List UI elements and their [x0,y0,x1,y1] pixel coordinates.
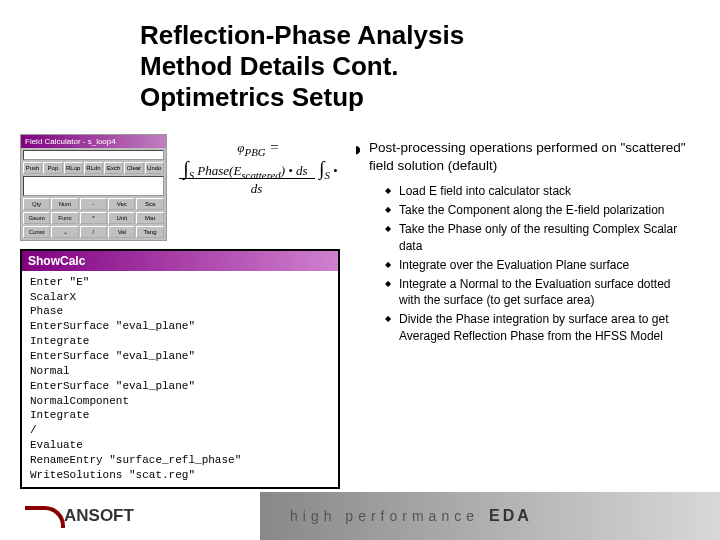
title-line3: Optimetrics Setup [140,82,680,113]
title-line1: Reflection-Phase Analysis [140,20,680,51]
sub-point: Take the Phase only of the resulting Com… [385,221,690,253]
calc-button[interactable]: Func [51,212,78,224]
calc-button[interactable]: Mat [136,212,163,224]
calc-button[interactable]: - [80,198,107,210]
showcalc-line: Normal [30,364,330,379]
formula-phi: φ [237,140,244,155]
showcalc-title: ShowCalc [22,251,338,271]
tagline-eda: EDA [489,507,532,525]
calc-button[interactable]: Qty [23,198,50,210]
formula-num-expr: Phase(E [197,163,241,178]
calc-button[interactable]: Tang [136,226,163,238]
showcalc-body: Enter "E"ScalarXPhaseEnterSurface "eval_… [22,271,338,487]
calc-button[interactable]: Exch [104,162,123,174]
logo-text: ANSOFT [64,506,134,526]
sub-point: Load E field into calculator stack [385,183,690,199]
calc-input[interactable] [23,150,164,160]
bullet-marker-icon: ◗ [355,139,361,175]
calc-button[interactable]: Geom [23,212,50,224]
sub-point: Take the Component along the E-field pol… [385,202,690,218]
showcalc-line: Evaluate [30,438,330,453]
showcalc-line: EnterSurface "eval_plane" [30,379,330,394]
calc-button[interactable]: Clear [124,162,143,174]
logo-swoosh-icon [25,504,61,528]
formula-scattered-sub: scattered [241,169,280,181]
calc-button[interactable]: RLdn [84,162,103,174]
main-point: Post-processing operations performed on … [369,139,690,175]
calc-button[interactable]: Undo [145,162,164,174]
left-column: Field Calculator - s_loop4 PushPopRLupRL… [20,134,340,489]
showcalc-line: / [30,423,330,438]
formula-pbg-sub: PBG [245,145,266,157]
tagline-text: high performance [290,508,479,524]
sub-point: Integrate over the Evaluation Plane surf… [385,257,690,273]
showcalc-line: EnterSurface "eval_plane" [30,319,330,334]
calc-button[interactable]: / [80,226,107,238]
showcalc-line: Integrate [30,408,330,423]
showcalc-window: ShowCalc Enter "E"ScalarXPhaseEnterSurfa… [20,249,340,489]
integral-sub2: S [324,169,329,181]
calc-button[interactable]: Sca [136,198,163,210]
calc-button[interactable]: Unit [108,212,135,224]
formula-num-expr2: ) • ds [281,163,308,178]
showcalc-line: EnterSurface "eval_plane" [30,349,330,364]
showcalc-line: Integrate [30,334,330,349]
formula-equals: = [269,139,279,155]
calc-titlebar: Field Calculator - s_loop4 [21,135,166,148]
showcalc-line: RenameEntry "surface_refl_phase" [30,453,330,468]
showcalc-line: Enter "E" [30,275,330,290]
calc-button[interactable]: Vec [108,198,135,210]
calc-button[interactable]: ⌄ [51,226,78,238]
field-calculator-window: Field Calculator - s_loop4 PushPopRLupRL… [20,134,167,241]
calc-button[interactable]: Num [51,198,78,210]
showcalc-line: NormalComponent [30,394,330,409]
title-line2: Method Details Cont. [140,51,680,82]
sub-point: Integrate a Normal to the Evaluation sur… [385,276,690,308]
footer-tagline: high performance EDA [260,492,720,540]
calc-button[interactable]: Const [23,226,50,238]
right-column: ◗ Post-processing operations performed o… [355,134,690,489]
showcalc-line: ScalarX [30,290,330,305]
calc-button[interactable]: Push [23,162,42,174]
integral-sub: S [189,169,194,181]
calc-button[interactable]: Val [108,226,135,238]
footer: ANSOFT high performance EDA [0,492,720,540]
calc-window-title: Field Calculator - s_loop4 [25,137,116,146]
formula: φPBG = ∫S Phase(Escattered) • ds ∫S • ds [177,134,340,202]
calc-stack-list [23,176,164,196]
calc-button[interactable]: * [80,212,107,224]
showcalc-line: Phase [30,304,330,319]
calc-button[interactable]: RLup [64,162,83,174]
sub-point-list: Load E field into calculator stackTake t… [355,183,690,344]
ansoft-logo: ANSOFT [25,504,134,528]
sub-point: Divide the Phase integration by surface … [385,311,690,343]
calc-button[interactable]: Pop [43,162,62,174]
showcalc-line: WriteSolutions "scat.reg" [30,468,330,483]
